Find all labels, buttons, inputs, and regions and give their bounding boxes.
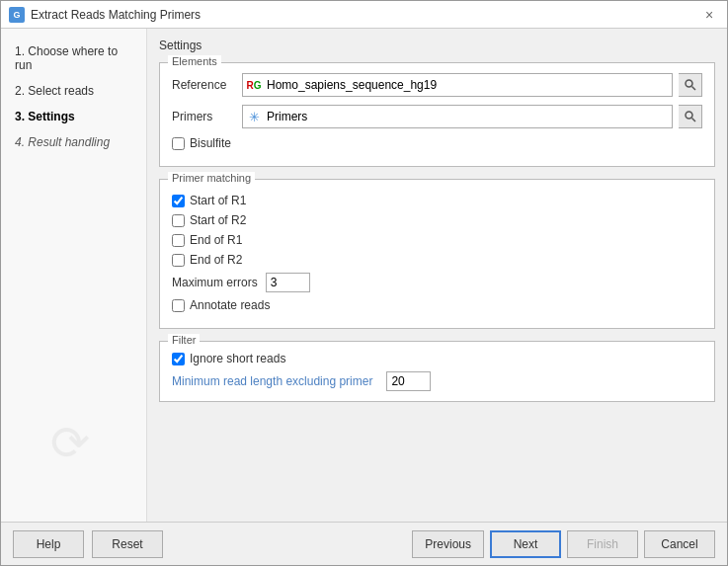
primers-row: Primers ✳ xyxy=(172,105,702,128)
reference-label: Reference xyxy=(172,78,236,92)
bisulfite-label[interactable]: Bisulfite xyxy=(190,136,231,150)
main-window: G Extract Reads Matching Primers × 1. Ch… xyxy=(0,0,728,566)
footer: Help Reset Previous Next Finish Cancel xyxy=(1,522,727,565)
cancel-button[interactable]: Cancel xyxy=(644,530,715,558)
elements-group: Elements Reference RG xyxy=(159,62,715,167)
bisulfite-row: Bisulfite xyxy=(172,136,702,150)
end-r1-label[interactable]: End of R1 xyxy=(190,233,242,247)
sidebar-item-result-handling[interactable]: 4. Result handling xyxy=(9,131,138,153)
annotate-reads-label[interactable]: Annotate reads xyxy=(190,298,270,312)
end-r2-row: End of R2 xyxy=(172,253,702,267)
svg-line-1 xyxy=(691,87,695,91)
right-panel: Settings Elements Reference RG xyxy=(147,29,727,522)
primers-browse-button[interactable] xyxy=(679,105,702,128)
ignore-short-label[interactable]: Ignore short reads xyxy=(190,352,285,365)
previous-button[interactable]: Previous xyxy=(412,530,484,558)
end-r1-row: End of R1 xyxy=(172,233,702,247)
finish-button[interactable]: Finish xyxy=(567,530,638,558)
watermark: ⟳ xyxy=(11,383,129,502)
primers-icon: ✳ xyxy=(243,106,265,127)
primer-matching-content: Start of R1 Start of R2 End of R1 End of… xyxy=(172,190,702,312)
main-content: 1. Choose where to run 2. Select reads 3… xyxy=(1,29,727,522)
search-icon-2 xyxy=(684,110,697,123)
start-r1-label[interactable]: Start of R1 xyxy=(190,194,246,207)
elements-group-label: Elements xyxy=(168,55,221,67)
reference-icon: RG xyxy=(243,74,265,96)
ignore-short-checkbox[interactable] xyxy=(172,353,185,365)
primers-input[interactable] xyxy=(265,106,672,127)
max-errors-input[interactable] xyxy=(266,273,310,292)
reference-row: Reference RG xyxy=(172,73,702,97)
max-errors-label: Maximum errors xyxy=(172,276,258,289)
sidebar-item-choose-where[interactable]: 1. Choose where to run xyxy=(9,40,138,76)
bisulfite-checkbox[interactable] xyxy=(172,137,185,150)
title-bar: G Extract Reads Matching Primers × xyxy=(1,1,727,29)
start-r2-row: Start of R2 xyxy=(172,213,702,227)
start-r2-label[interactable]: Start of R2 xyxy=(190,213,246,227)
max-errors-row: Maximum errors xyxy=(172,273,702,292)
primer-matching-label: Primer matching xyxy=(168,172,255,184)
window-title: Extract Reads Matching Primers xyxy=(31,8,201,22)
min-length-label: Minimum read length excluding primer xyxy=(172,374,372,388)
svg-point-2 xyxy=(686,112,692,119)
start-r2-checkbox[interactable] xyxy=(172,214,185,227)
sidebar-item-select-reads[interactable]: 2. Select reads xyxy=(9,80,138,102)
search-icon xyxy=(684,78,697,92)
reset-button[interactable]: Reset xyxy=(92,530,163,558)
primer-matching-group: Primer matching Start of R1 Start of R2 … xyxy=(159,179,715,329)
app-icon: G xyxy=(9,7,25,23)
primers-input-wrap: ✳ xyxy=(242,105,673,128)
start-r1-row: Start of R1 xyxy=(172,194,702,207)
end-r1-checkbox[interactable] xyxy=(172,234,185,247)
primers-label: Primers xyxy=(172,110,236,123)
reference-browse-button[interactable] xyxy=(679,73,702,97)
end-r2-label[interactable]: End of R2 xyxy=(190,253,242,267)
svg-line-3 xyxy=(691,119,695,122)
start-r1-checkbox[interactable] xyxy=(172,195,185,207)
filter-group: Filter Ignore short reads Minimum read l… xyxy=(159,341,715,402)
reference-input[interactable] xyxy=(265,74,672,96)
svg-point-0 xyxy=(686,80,692,87)
sidebar: 1. Choose where to run 2. Select reads 3… xyxy=(1,29,147,522)
filter-group-label: Filter xyxy=(168,334,200,346)
close-button[interactable]: × xyxy=(699,5,719,25)
ignore-short-row: Ignore short reads xyxy=(172,352,702,365)
next-button[interactable]: Next xyxy=(490,530,561,558)
title-bar-left: G Extract Reads Matching Primers xyxy=(9,7,201,23)
help-button[interactable]: Help xyxy=(13,530,84,558)
footer-left: Help Reset xyxy=(13,530,163,558)
footer-right: Previous Next Finish Cancel xyxy=(412,530,715,558)
annotate-reads-checkbox[interactable] xyxy=(172,299,185,312)
end-r2-checkbox[interactable] xyxy=(172,254,185,267)
sidebar-item-settings[interactable]: 3. Settings xyxy=(9,106,138,127)
section-title: Settings xyxy=(159,39,715,52)
min-length-input[interactable] xyxy=(386,371,431,391)
reference-input-wrap: RG xyxy=(242,73,673,97)
annotate-reads-row: Annotate reads xyxy=(172,298,702,312)
min-length-row: Minimum read length excluding primer xyxy=(172,371,702,391)
